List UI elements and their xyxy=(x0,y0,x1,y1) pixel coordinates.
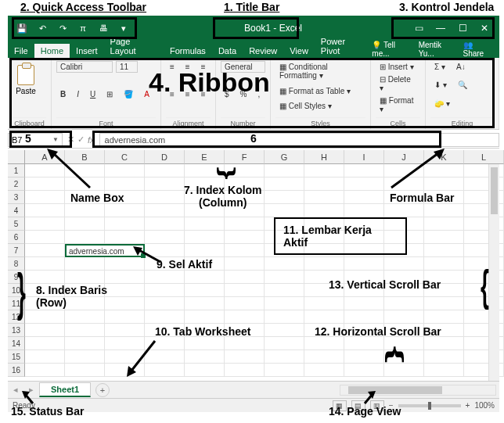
user-name[interactable]: Mentik Yu... xyxy=(419,41,459,58)
svg-line-6 xyxy=(131,341,155,371)
annotation-status-bar: 15. Status Bar xyxy=(11,405,84,418)
annotation-sel-aktif: 9. Sel Aktif xyxy=(157,258,212,271)
row-16[interactable]: 16 xyxy=(8,364,25,377)
share-button[interactable]: 👥 Share xyxy=(463,41,495,58)
callout-winctrl xyxy=(391,17,495,39)
annotation-title-bar: 1. Title Bar xyxy=(224,1,279,13)
row-3[interactable]: 3 xyxy=(8,191,25,204)
sheet-tab[interactable]: Sheet1 xyxy=(39,382,91,397)
arrow-pageview xyxy=(362,391,376,405)
annotation-5: 5 xyxy=(25,132,31,145)
ribbon-tabs: File Home Insert Page Layout Formulas Da… xyxy=(8,41,499,58)
tab-insert[interactable]: Insert xyxy=(70,44,104,58)
annotation-formula-bar: Formula Bar xyxy=(390,192,454,204)
arrow-namebox xyxy=(47,149,94,192)
brace-rows: } xyxy=(17,263,26,323)
enter-formula-icon[interactable]: ✓ xyxy=(77,134,85,145)
zoom-slider[interactable] xyxy=(398,404,461,407)
vertical-scrollbar[interactable] xyxy=(488,164,499,384)
annotation-index-baris: 8. Index Baris (Row) xyxy=(36,284,107,309)
row-7[interactable]: 7 xyxy=(8,244,25,257)
new-sheet-button[interactable]: + xyxy=(95,383,110,397)
annotation-index-kolom: 7. Index Kolom (Column) xyxy=(184,184,262,209)
annotation-vscroll: 13. Vertical Scroll Bar xyxy=(329,278,441,291)
row-5[interactable]: 5 xyxy=(8,217,25,231)
svg-marker-1 xyxy=(47,149,58,160)
annotation-name-box: Name Box xyxy=(70,192,124,204)
col-G[interactable]: G xyxy=(265,150,304,164)
tab-review[interactable]: Review xyxy=(243,44,283,58)
svg-line-0 xyxy=(53,153,90,188)
zoom-thumb[interactable] xyxy=(428,402,431,410)
callout-formulabar xyxy=(92,131,441,148)
tab-file[interactable]: File xyxy=(8,44,34,58)
select-all-corner[interactable] xyxy=(8,150,25,164)
brace-vscroll: { xyxy=(481,261,489,311)
callout-qat xyxy=(12,17,137,39)
row-4[interactable]: 4 xyxy=(8,204,25,217)
brace-columns: } xyxy=(215,167,239,179)
brace-hscroll: { xyxy=(383,346,408,363)
annotation-lembar-kerja: 11. Lembar Kerja Aktif xyxy=(274,217,407,255)
callout-namebox xyxy=(9,131,72,148)
tab-view[interactable]: View xyxy=(283,44,315,58)
annotation-6: 6 xyxy=(250,132,257,145)
tab-formulas[interactable]: Formulas xyxy=(164,44,212,58)
callout-ribbon xyxy=(9,58,495,128)
col-C[interactable]: C xyxy=(105,150,145,164)
callout-titlebar xyxy=(213,17,299,39)
annotation-hscroll: 12. Horizontal Scroll Bar xyxy=(315,325,441,338)
tab-home[interactable]: Home xyxy=(34,44,70,58)
col-H[interactable]: H xyxy=(304,150,344,164)
sheet-tab-bar: ◂ ▸ Sheet1 + xyxy=(8,381,499,398)
tell-me[interactable]: 💡 Tell me... xyxy=(372,41,413,58)
arrow-formula xyxy=(383,149,446,192)
col-D[interactable]: D xyxy=(145,150,185,164)
arrow-status xyxy=(22,391,36,405)
annotation-window-controls: 3. Kontrol Jendela xyxy=(399,1,494,13)
row-13[interactable]: 13 xyxy=(8,324,25,337)
row-6[interactable]: 6 xyxy=(8,231,25,244)
annotation-page-view: 14. Page View xyxy=(329,405,401,418)
svg-line-2 xyxy=(391,153,438,188)
col-E[interactable]: E xyxy=(185,150,225,164)
row-14[interactable]: 14 xyxy=(8,337,25,350)
col-L[interactable]: L xyxy=(464,150,504,164)
row-15[interactable]: 15 xyxy=(8,350,25,364)
row-1[interactable]: 1 xyxy=(8,164,25,177)
arrow-tabworksheet xyxy=(125,338,158,377)
row-2[interactable]: 2 xyxy=(8,177,25,191)
col-I[interactable]: I xyxy=(344,150,384,164)
annotation-qat: 2. Quick Access Toolbar xyxy=(20,1,146,13)
zoom-in[interactable]: + xyxy=(466,401,470,410)
tab-data[interactable]: Data xyxy=(212,44,243,58)
col-F[interactable]: F xyxy=(225,150,265,164)
tab-power-pivot[interactable]: Power Pivot xyxy=(315,34,372,58)
vscroll-thumb[interactable] xyxy=(491,167,498,214)
tab-nav-prev[interactable]: ◂ xyxy=(8,385,23,395)
zoom-level[interactable]: 100% xyxy=(474,401,495,410)
annotation-tab-worksheet: 10. Tab Worksheet xyxy=(155,325,250,338)
